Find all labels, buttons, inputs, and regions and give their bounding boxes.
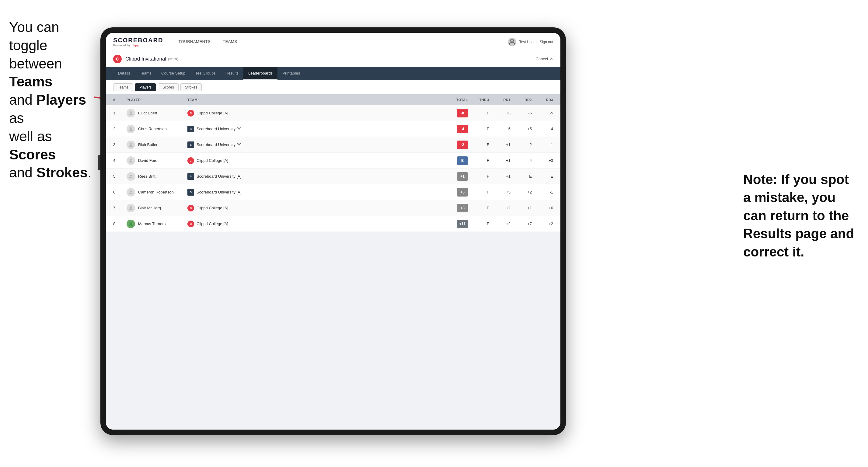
- team-8: C Clippd College [A]: [187, 221, 437, 227]
- rank-7: 7: [113, 206, 127, 210]
- team-6: S Scoreboard University [A]: [187, 189, 437, 196]
- team-icon-8: C: [187, 221, 194, 227]
- rank-3: 3: [113, 143, 127, 147]
- tab-teams[interactable]: Teams: [135, 67, 156, 80]
- team-icon-2: S: [187, 126, 194, 132]
- col-rd3: RD3: [532, 98, 553, 102]
- rd1-8: +2: [489, 221, 510, 226]
- rd2-5: E: [510, 174, 532, 179]
- nav-tournaments[interactable]: TOURNAMENTS: [172, 33, 217, 51]
- thru-5: F: [468, 174, 489, 179]
- team-icon-4: C: [187, 157, 194, 164]
- table-row: 4 David Ford C Clippd College [A] E F +1…: [106, 153, 560, 168]
- thru-1: F: [468, 111, 489, 115]
- player-4: David Ford: [127, 156, 187, 165]
- tab-tee-groups[interactable]: Tee Groups: [190, 67, 221, 80]
- tabs-nav: Details Teams Course Setup Tee Groups Re…: [106, 67, 560, 80]
- col-thru: THRU: [468, 98, 489, 102]
- rd1-5: +1: [489, 174, 510, 179]
- leaderboard-table: # PLAYER TEAM TOTAL THRU RD1 RD2 RD3 1 E…: [106, 94, 560, 430]
- thru-4: F: [468, 158, 489, 163]
- team-7: C Clippd College [A]: [187, 205, 437, 212]
- note-label: Note: If you spot a mistake, you can ret…: [743, 172, 854, 259]
- svg-point-1: [510, 39, 513, 42]
- tab-course-setup[interactable]: Course Setup: [156, 67, 190, 80]
- svg-point-3: [130, 127, 132, 129]
- total-6: +6: [437, 188, 468, 196]
- toggle-players[interactable]: Players: [135, 83, 156, 91]
- logo-subtitle: Powered by clippd: [113, 44, 163, 47]
- sign-out-link[interactable]: Sign out: [540, 40, 553, 44]
- team-icon-6: S: [187, 189, 194, 196]
- team-3: S Scoreboard University [A]: [187, 142, 437, 148]
- col-rd2: RD2: [510, 98, 532, 102]
- tab-details[interactable]: Details: [113, 67, 135, 80]
- toggle-teams[interactable]: Teams: [113, 83, 133, 91]
- tab-leaderboards[interactable]: Leaderboards: [243, 67, 277, 80]
- avatar-8: [127, 220, 135, 228]
- rd1-6: +5: [489, 190, 510, 194]
- cancel-button[interactable]: Cancel ✕: [536, 57, 553, 61]
- avatar-6: [127, 188, 135, 196]
- rd2-6: +2: [510, 190, 532, 194]
- thru-8: F: [468, 221, 489, 226]
- avatar-3: [127, 141, 135, 149]
- team-5: S Scoreboard University [A]: [187, 173, 437, 180]
- rd3-2: -4: [532, 127, 553, 131]
- rd3-1: -5: [532, 111, 553, 115]
- player-5: Rees Britt: [127, 172, 187, 181]
- team-2: S Scoreboard University [A]: [187, 126, 437, 132]
- rd3-3: -1: [532, 143, 553, 147]
- player-3: Rich Butler: [127, 141, 187, 149]
- rd1-3: +1: [489, 143, 510, 147]
- rd2-8: +7: [510, 221, 532, 226]
- player-6: Cameron Robertson: [127, 188, 187, 196]
- toggle-strokes[interactable]: Strokes: [180, 83, 202, 91]
- rank-5: 5: [113, 174, 127, 179]
- rd3-6: -1: [532, 190, 553, 194]
- rd2-2: +5: [510, 127, 532, 131]
- total-3: -2: [437, 141, 468, 149]
- svg-point-7: [130, 190, 132, 192]
- rd3-7: +6: [532, 206, 553, 210]
- total-2: -4: [437, 125, 468, 133]
- team-icon-7: C: [187, 205, 194, 212]
- table-row: 2 Chris Robertson S Scoreboard Universit…: [106, 121, 560, 137]
- player-8: Marcus Turners: [127, 220, 187, 228]
- tablet-side-button: [98, 155, 100, 170]
- rd2-3: -2: [510, 143, 532, 147]
- team-1: C Clippd College [A]: [187, 110, 437, 117]
- rank-2: 2: [113, 127, 127, 131]
- logo-text: SCOREBOARD: [113, 37, 163, 44]
- header-right: Test User | Sign out: [508, 38, 553, 46]
- col-team: TEAM: [187, 98, 437, 102]
- rank-6: 6: [113, 190, 127, 194]
- tournament-subtitle: (Men): [168, 57, 178, 61]
- total-5: +1: [437, 172, 468, 181]
- rd3-8: +2: [532, 221, 553, 226]
- rd1-1: +3: [489, 111, 510, 115]
- nav-teams[interactable]: TEAMS: [217, 33, 243, 51]
- thru-7: F: [468, 206, 489, 210]
- tab-printables[interactable]: Printables: [277, 67, 305, 80]
- rank-1: 1: [113, 111, 127, 115]
- table-row: 3 Rich Butler S Scoreboard University [A…: [106, 137, 560, 153]
- sub-toggle-bar: Teams Players Scores Strokes: [106, 80, 560, 94]
- rank-4: 4: [113, 158, 127, 163]
- avatar-1: [127, 109, 135, 118]
- player-7: Blair McHarg: [127, 204, 187, 212]
- table-header: # PLAYER TEAM TOTAL THRU RD1 RD2 RD3: [106, 94, 560, 105]
- thru-2: F: [468, 127, 489, 131]
- rd1-4: +1: [489, 158, 510, 163]
- col-player: PLAYER: [127, 98, 187, 102]
- table-row: 8 Marcus Turners C Clippd College [A] +1…: [106, 216, 560, 232]
- toggle-scores[interactable]: Scores: [158, 83, 178, 91]
- player-1: Elliot Ebert: [127, 109, 187, 118]
- svg-point-5: [130, 159, 132, 161]
- tournament-bar: C Clippd Invitational (Men) Cancel ✕: [106, 51, 560, 67]
- rd1-7: +2: [489, 206, 510, 210]
- tab-results[interactable]: Results: [221, 67, 243, 80]
- right-annotation: Note: If you spot a mistake, you can ret…: [743, 170, 859, 261]
- svg-point-2: [130, 111, 132, 113]
- team-icon-1: C: [187, 110, 194, 117]
